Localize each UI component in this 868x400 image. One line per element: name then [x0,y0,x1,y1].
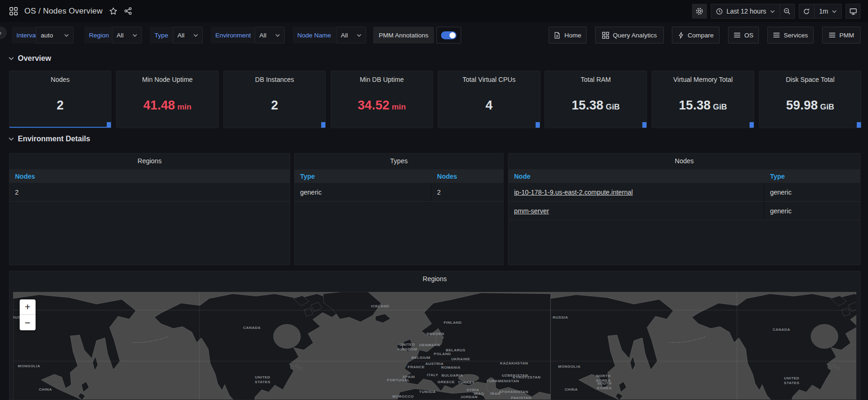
interval-variable-select[interactable]: auto [36,27,74,44]
stat-panel-5: Total RAM15.38GiB [544,71,647,128]
section-overview[interactable]: Overview [8,54,51,63]
section-environment-details[interactable]: Environment Details [8,135,90,143]
node-link[interactable]: ip-10-178-1-9.us-east-2.compute.internal [514,189,633,196]
navbar: OS / Nodes Overview [0,0,868,22]
table-panel-regions: RegionsNodes2 [9,153,290,265]
monitor-icon [849,7,857,15]
star-icon[interactable] [109,7,118,15]
stat-number: 41.48 [143,98,175,112]
stat-panel-title[interactable]: Virtual Memory Total [652,76,754,83]
refresh-interval-picker[interactable]: 1m [814,4,841,18]
table-header-row: Nodes [9,169,290,183]
time-range-picker[interactable]: Last 12 hours [711,4,780,18]
node-name-variable-select[interactable]: All [336,27,366,44]
bolt-icon [678,32,684,39]
map-zoom-out-button[interactable]: − [20,315,36,330]
sparkline-end [536,122,540,128]
table-panel-title[interactable]: Regions [9,157,290,165]
compare-button[interactable]: Compare [672,27,720,44]
table-cell: 2 [432,183,503,201]
os-button[interactable]: OS [728,27,759,44]
breadcrumb[interactable]: OS / Nodes Overview [24,7,103,16]
sparkline-end [857,122,861,128]
table-header-row: NodeType [508,169,860,183]
table-panel-types: TypesTypeNodesgeneric2 [294,153,504,265]
table-row: generic2 [294,183,503,202]
region-variable-label: Region [84,27,114,44]
stat-value: 2 [9,98,111,113]
pmm-annotations-label: PMM Annotations [373,27,434,44]
stat-number: 15.38 [572,98,603,112]
stat-panel-7: Disk Space Total59.98GiB [759,71,861,128]
stat-value: 15.38GiB [545,98,647,113]
table-panel-title[interactable]: Nodes [508,157,860,165]
submenu-bar: › Interval auto Region All Type All Envi… [0,26,868,46]
stat-panel-title[interactable]: Disk Space Total [759,76,861,83]
menu-icon [773,32,780,38]
stat-number: 59.98 [786,98,818,112]
stat-value: 2 [224,98,325,113]
sparkline-end [750,122,754,128]
pmm-annotations-toggle[interactable] [436,27,461,44]
stat-value: 4 [438,98,540,113]
stat-number: 2 [271,98,278,112]
column-header-nodes[interactable]: Nodes [432,173,503,180]
stat-unit: GiB [713,102,727,111]
column-header-node[interactable]: Node [508,173,765,180]
region-variable-select[interactable]: All [112,27,142,44]
query-analytics-button[interactable]: Query Analytics [595,27,664,44]
stat-unit: min [177,102,191,111]
map-zoom-in-button[interactable]: + [20,299,36,315]
apps-grid-icon[interactable] [9,7,18,15]
sidebar-expand-button[interactable]: › [0,27,7,39]
table-row: ip-10-178-1-9.us-east-2.compute.internal… [508,183,860,202]
stat-value: 34.52min [331,98,433,113]
menu-icon [829,32,836,38]
map-zoom-control: + − [20,299,36,330]
stat-number: 4 [485,98,493,112]
cycle-view-mode-button[interactable] [846,4,861,19]
stat-number: 2 [57,98,64,112]
regions-map-panel: Regions + − [9,271,861,400]
stat-panel-title[interactable]: Min DB Uptime [331,76,433,83]
home-button[interactable]: Home [549,27,587,44]
dashboard-settings-button[interactable] [692,4,707,19]
stat-number: 34.52 [358,98,390,112]
pmm-button[interactable]: PMM [822,27,861,44]
share-icon[interactable] [124,7,132,15]
sparkline-end [107,122,111,128]
table-panel-title[interactable]: Types [294,157,503,165]
menu-icon [734,32,741,38]
stat-unit: min [392,102,406,111]
stat-panel-title[interactable]: Nodes [9,76,111,83]
column-header-nodes[interactable]: Nodes [9,173,290,180]
stat-panel-title[interactable]: Total Virtual CPUs [438,76,540,83]
table-cell: 2 [9,183,290,201]
table-header-row: TypeNodes [294,169,503,183]
stat-panel-4: Total Virtual CPUs4 [438,71,540,128]
refresh-button[interactable] [799,4,814,18]
world-map-svg [13,292,856,400]
grid-icon [602,32,609,39]
toggle-knob [449,32,456,38]
column-header-type[interactable]: Type [765,173,860,180]
stat-panel-3: Min DB Uptime34.52min [331,71,433,128]
type-variable-select[interactable]: All [173,27,203,44]
stat-value: 15.38GiB [652,98,754,113]
magnifier-minus-icon [783,7,791,15]
environment-variable-select[interactable]: All [255,27,285,44]
stat-panel-title[interactable]: Total RAM [545,76,647,83]
stat-value: 41.48min [117,98,218,113]
map-panel-title[interactable]: Regions [9,275,860,283]
zoom-out-time-button[interactable] [780,4,794,18]
world-map[interactable]: + − [13,292,856,400]
stat-panel-title[interactable]: Min Node Uptime [117,76,218,83]
column-header-type[interactable]: Type [294,173,432,180]
document-icon [554,32,560,39]
stat-panel-0: Nodes2 [9,71,111,128]
table-cell: pmm-server [508,202,765,220]
chevron-down-icon [8,137,14,141]
node-link[interactable]: pmm-server [514,207,549,215]
services-button[interactable]: Services [767,27,814,44]
stat-panel-title[interactable]: DB Instances [224,76,325,83]
